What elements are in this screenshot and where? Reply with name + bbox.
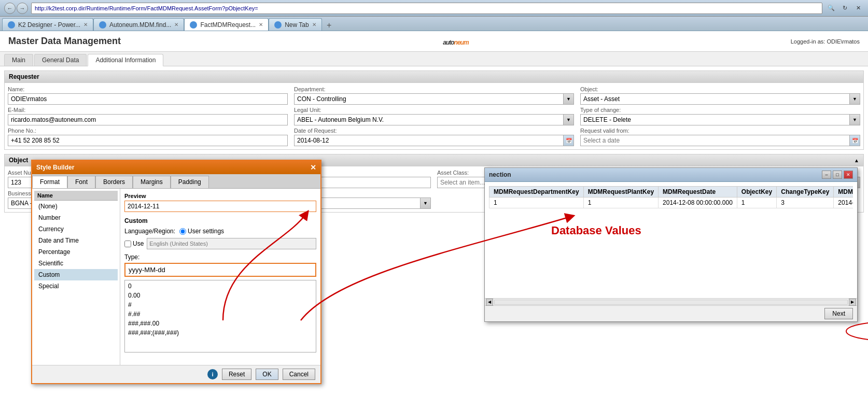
address-bar[interactable]	[31, 3, 822, 14]
forward-button[interactable]: →	[17, 3, 28, 14]
maximize-button[interactable]: □	[833, 171, 842, 179]
style-builder-body: Name (None) Number Currency Date and Tim…	[32, 189, 320, 365]
legal-unit-field: Legal Unit: ▼	[294, 107, 574, 125]
minimize-button[interactable]: –	[822, 171, 831, 179]
format-item-5[interactable]: ###,###;(###,###)	[126, 328, 315, 337]
col-valid-date: MDMRequestValidDate	[834, 187, 853, 198]
tab-label-autoneum: Autoneum.MDM.find...	[109, 21, 171, 29]
type-of-change-dropdown-btn[interactable]: ▼	[850, 114, 860, 125]
sb-tab-margins[interactable]: Margins	[133, 176, 171, 188]
cell-change-type-key: 3	[777, 198, 834, 208]
object-label: Object:	[580, 86, 860, 92]
business-class-dropdown-btn[interactable]: ▼	[421, 198, 431, 209]
refresh-icon[interactable]: ↻	[839, 3, 850, 14]
type-input[interactable]	[124, 263, 316, 277]
format-item-1[interactable]: 0.00	[126, 291, 315, 300]
scroll-track[interactable]	[494, 300, 848, 305]
email-label: E-Mail:	[8, 107, 288, 113]
section-expand-icon[interactable]: ▲	[854, 158, 859, 163]
sb-item-custom[interactable]: Custom	[34, 269, 118, 280]
style-builder-footer: i Reset OK Cancel	[32, 365, 320, 383]
sb-item-scientific[interactable]: Scientific	[34, 258, 118, 269]
valid-from-input[interactable]	[580, 135, 850, 146]
type-of-change-input[interactable]	[580, 114, 850, 125]
table-row: 1 1 2014-12-08 00:00:00.000 1 3 2014-12-…	[489, 198, 853, 208]
sb-item-currency[interactable]: Currency	[34, 223, 118, 235]
preview-section: Preview	[124, 193, 316, 212]
tab-label-factmdm: FactMDMRequest...	[200, 21, 256, 29]
use-checkbox-label[interactable]: Use	[124, 240, 144, 247]
use-checkbox[interactable]	[124, 241, 131, 247]
tab-main[interactable]: Main	[4, 54, 33, 66]
object-field: Object: ▼	[580, 86, 860, 105]
legal-unit-label: Legal Unit:	[294, 107, 574, 113]
info-button[interactable]: i	[207, 369, 218, 379]
format-item-4[interactable]: ###,###.00	[126, 319, 315, 328]
browser-tab-factmdm[interactable]: FactMDMRequest... ✕	[184, 18, 269, 31]
sb-tab-padding[interactable]: Padding	[171, 176, 209, 188]
tab-icon-factmdm	[190, 21, 197, 29]
tab-general-data[interactable]: General Data	[34, 54, 87, 66]
use-row: Use	[124, 238, 316, 249]
date-request-calendar-btn[interactable]: 📅	[564, 135, 574, 146]
tab-close-k2[interactable]: ✕	[83, 22, 88, 27]
next-button[interactable]: Next	[824, 308, 853, 319]
browser-tab-k2designer[interactable]: K2 Designer - Power... ✕	[2, 18, 93, 31]
ok-button[interactable]: OK	[256, 369, 278, 380]
browser-tab-autoneum[interactable]: Autoneum.MDM.find... ✕	[93, 18, 184, 31]
cancel-button[interactable]: Cancel	[283, 369, 315, 380]
valid-from-calendar-btn[interactable]: 📅	[850, 135, 860, 146]
name-input[interactable]	[8, 93, 288, 105]
phone-input[interactable]	[8, 135, 288, 146]
sb-item-datetime[interactable]: Date and Time	[34, 235, 118, 246]
tab-label-newtab: New Tab	[285, 21, 309, 29]
sb-item-percentage[interactable]: Percentage	[34, 246, 118, 258]
style-builder-header: Style Builder ✕	[32, 161, 320, 174]
format-item-0[interactable]: 0	[126, 281, 315, 291]
back-button[interactable]: ←	[4, 3, 16, 14]
sb-tab-font[interactable]: Font	[67, 176, 95, 188]
tab-additional-info[interactable]: Additional Information	[88, 54, 163, 66]
nav-buttons: ← →	[4, 3, 28, 14]
tab-close-factmdm[interactable]: ✕	[259, 22, 263, 27]
legal-unit-dropdown-btn[interactable]: ▼	[564, 114, 574, 125]
sb-item-number[interactable]: Number	[34, 212, 118, 223]
scroll-right-btn[interactable]: ▶	[849, 299, 856, 306]
user-settings-radio-input[interactable]	[179, 228, 186, 235]
legal-unit-input[interactable]	[294, 114, 564, 125]
format-item-2[interactable]: #	[126, 300, 315, 309]
scroll-left-btn[interactable]: ◀	[486, 299, 493, 306]
format-list[interactable]: 0 0.00 # #.## ###,###.00 ###,###;(###,##…	[124, 280, 316, 352]
browser-tab-newtab[interactable]: New Tab ✕	[269, 18, 321, 31]
email-input[interactable]	[8, 114, 288, 125]
connection-table-wrap: MDMRequestDepartmentKey MDMRequestPlantK…	[489, 186, 853, 208]
style-builder-close-btn[interactable]: ✕	[310, 163, 316, 172]
object-dropdown-btn[interactable]: ▼	[850, 93, 860, 105]
tab-close-autoneum[interactable]: ✕	[174, 22, 178, 27]
new-tab-button[interactable]: +	[324, 20, 334, 31]
sb-item-special[interactable]: Special	[34, 280, 118, 292]
reset-button[interactable]: Reset	[222, 369, 251, 380]
connection-title: nection	[489, 171, 511, 178]
search-icon[interactable]: 🔍	[825, 3, 837, 14]
department-dropdown-btn[interactable]: ▼	[564, 93, 574, 105]
connection-header: nection – □ ✕	[485, 168, 857, 182]
use-locale-input[interactable]	[147, 238, 316, 249]
department-input[interactable]	[294, 93, 564, 105]
preview-input[interactable]	[124, 201, 316, 212]
user-settings-radio[interactable]: User settings	[179, 228, 224, 235]
tab-close-newtab[interactable]: ✕	[312, 22, 316, 27]
cell-object-key: 1	[737, 198, 776, 208]
sb-item-none[interactable]: (None)	[34, 201, 118, 212]
object-input[interactable]	[580, 93, 850, 105]
format-item-3[interactable]: #.##	[126, 309, 315, 319]
type-of-change-input-group: ▼	[580, 114, 860, 125]
sb-tab-format[interactable]: Format	[32, 176, 67, 188]
close-nav-icon[interactable]: ✕	[852, 3, 864, 14]
connection-close-button[interactable]: ✕	[844, 171, 853, 179]
phone-label: Phone No.:	[8, 128, 288, 134]
date-request-input[interactable]	[294, 135, 564, 146]
date-request-label: Date of Request:	[294, 128, 574, 134]
sb-tab-borders[interactable]: Borders	[95, 176, 133, 188]
email-field: E-Mail:	[8, 107, 288, 125]
